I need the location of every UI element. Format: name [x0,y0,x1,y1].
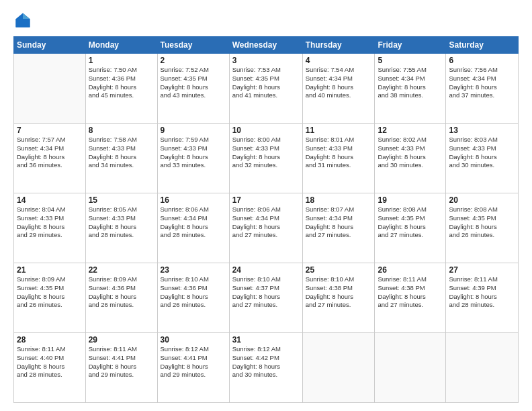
day-number: 8 [89,126,154,135]
day-cell: 15Sunrise: 8:05 AM Sunset: 4:33 PM Dayli… [85,193,157,263]
day-info: Sunrise: 8:06 AM Sunset: 4:34 PM Dayligh… [232,205,300,240]
day-info: Sunrise: 7:55 AM Sunset: 4:34 PM Dayligh… [378,66,443,100]
day-cell: 5Sunrise: 7:55 AM Sunset: 4:34 PM Daylig… [375,54,446,124]
week-row-2: 7Sunrise: 7:57 AM Sunset: 4:34 PM Daylig… [14,124,519,193]
day-cell: 19Sunrise: 8:08 AM Sunset: 4:35 PM Dayli… [375,193,446,263]
day-info: Sunrise: 8:10 AM Sunset: 4:38 PM Dayligh… [306,275,372,310]
day-cell [375,333,446,403]
day-info: Sunrise: 8:07 AM Sunset: 4:34 PM Dayligh… [306,205,372,240]
day-number: 21 [17,265,83,275]
day-number: 29 [89,335,154,345]
day-number: 4 [306,56,372,65]
day-cell: 3Sunrise: 7:53 AM Sunset: 4:35 PM Daylig… [229,54,302,124]
day-number: 20 [449,195,515,205]
day-cell: 17Sunrise: 8:06 AM Sunset: 4:34 PM Dayli… [229,193,302,263]
day-cell: 7Sunrise: 7:57 AM Sunset: 4:34 PM Daylig… [14,124,86,193]
day-info: Sunrise: 8:11 AM Sunset: 4:40 PM Dayligh… [17,345,83,379]
day-number: 14 [17,195,83,205]
day-cell: 31Sunrise: 8:12 AM Sunset: 4:42 PM Dayli… [229,333,302,403]
day-cell: 12Sunrise: 8:02 AM Sunset: 4:33 PM Dayli… [375,124,446,193]
day-number: 19 [378,195,443,205]
day-number: 5 [378,56,443,65]
week-row-1: 1Sunrise: 7:50 AM Sunset: 4:36 PM Daylig… [14,54,519,124]
day-number: 13 [449,126,515,135]
day-number: 7 [17,126,83,135]
weekday-friday: Friday [375,37,446,54]
day-cell: 18Sunrise: 8:07 AM Sunset: 4:34 PM Dayli… [302,193,375,263]
day-number: 26 [378,265,443,275]
day-cell: 28Sunrise: 8:11 AM Sunset: 4:40 PM Dayli… [14,333,86,403]
day-info: Sunrise: 7:57 AM Sunset: 4:34 PM Dayligh… [17,136,83,170]
day-number: 3 [232,56,300,65]
day-info: Sunrise: 8:11 AM Sunset: 4:41 PM Dayligh… [89,345,154,379]
day-cell: 21Sunrise: 8:09 AM Sunset: 4:35 PM Dayli… [14,263,86,333]
day-info: Sunrise: 8:02 AM Sunset: 4:33 PM Dayligh… [378,136,443,170]
weekday-header-row: SundayMondayTuesdayWednesdayThursdayFrid… [14,37,519,54]
day-cell: 29Sunrise: 8:11 AM Sunset: 4:41 PM Dayli… [85,333,157,403]
day-cell: 11Sunrise: 8:01 AM Sunset: 4:33 PM Dayli… [302,124,375,193]
day-number: 18 [306,195,372,205]
day-cell: 23Sunrise: 8:10 AM Sunset: 4:36 PM Dayli… [157,263,229,333]
weekday-tuesday: Tuesday [157,37,229,54]
day-info: Sunrise: 7:56 AM Sunset: 4:34 PM Dayligh… [449,66,515,100]
day-number: 9 [161,126,226,135]
day-info: Sunrise: 8:09 AM Sunset: 4:35 PM Dayligh… [17,275,83,310]
day-number: 12 [378,126,443,135]
weekday-saturday: Saturday [446,37,519,54]
day-number: 28 [17,335,83,345]
day-cell [446,333,519,403]
day-cell: 24Sunrise: 8:10 AM Sunset: 4:37 PM Dayli… [229,263,302,333]
week-row-4: 21Sunrise: 8:09 AM Sunset: 4:35 PM Dayli… [14,263,519,333]
day-cell: 14Sunrise: 8:04 AM Sunset: 4:33 PM Dayli… [14,193,86,263]
day-number: 25 [306,265,372,275]
day-cell: 26Sunrise: 8:11 AM Sunset: 4:38 PM Dayli… [375,263,446,333]
day-number: 16 [161,195,226,205]
day-info: Sunrise: 8:05 AM Sunset: 4:33 PM Dayligh… [89,205,154,240]
day-cell: 4Sunrise: 7:54 AM Sunset: 4:34 PM Daylig… [302,54,375,124]
day-cell [14,54,86,124]
day-cell [302,333,375,403]
day-number: 23 [161,265,226,275]
day-info: Sunrise: 8:08 AM Sunset: 4:35 PM Dayligh… [378,205,443,240]
logo-icon [13,11,32,30]
week-row-5: 28Sunrise: 8:11 AM Sunset: 4:40 PM Dayli… [14,333,519,403]
day-number: 22 [89,265,154,275]
day-info: Sunrise: 8:04 AM Sunset: 4:33 PM Dayligh… [17,205,83,240]
weekday-sunday: Sunday [14,37,86,54]
weekday-monday: Monday [85,37,157,54]
calendar-table: SundayMondayTuesdayWednesdayThursdayFrid… [13,36,519,403]
day-cell: 8Sunrise: 7:58 AM Sunset: 4:33 PM Daylig… [85,124,157,193]
day-info: Sunrise: 8:10 AM Sunset: 4:36 PM Dayligh… [161,275,226,310]
day-cell: 2Sunrise: 7:52 AM Sunset: 4:35 PM Daylig… [157,54,229,124]
svg-rect-2 [16,19,30,27]
day-info: Sunrise: 7:59 AM Sunset: 4:33 PM Dayligh… [161,136,226,170]
day-number: 6 [449,56,515,65]
logo [13,11,35,30]
day-info: Sunrise: 8:11 AM Sunset: 4:39 PM Dayligh… [449,275,515,310]
week-row-3: 14Sunrise: 8:04 AM Sunset: 4:33 PM Dayli… [14,193,519,263]
day-cell: 13Sunrise: 8:03 AM Sunset: 4:33 PM Dayli… [446,124,519,193]
day-number: 30 [161,335,226,345]
day-info: Sunrise: 8:12 AM Sunset: 4:42 PM Dayligh… [232,345,300,379]
weekday-thursday: Thursday [302,37,375,54]
day-number: 1 [89,56,154,65]
day-number: 2 [161,56,226,65]
day-cell: 9Sunrise: 7:59 AM Sunset: 4:33 PM Daylig… [157,124,229,193]
day-cell: 27Sunrise: 8:11 AM Sunset: 4:39 PM Dayli… [446,263,519,333]
day-info: Sunrise: 7:58 AM Sunset: 4:33 PM Dayligh… [89,136,154,170]
day-info: Sunrise: 7:50 AM Sunset: 4:36 PM Dayligh… [89,66,154,100]
day-cell: 16Sunrise: 8:06 AM Sunset: 4:34 PM Dayli… [157,193,229,263]
day-cell: 25Sunrise: 8:10 AM Sunset: 4:38 PM Dayli… [302,263,375,333]
day-number: 24 [232,265,300,275]
day-info: Sunrise: 7:54 AM Sunset: 4:34 PM Dayligh… [306,66,372,100]
day-info: Sunrise: 8:10 AM Sunset: 4:37 PM Dayligh… [232,275,300,310]
calendar-page: SundayMondayTuesdayWednesdayThursdayFrid… [0,0,532,411]
day-info: Sunrise: 8:00 AM Sunset: 4:33 PM Dayligh… [232,136,300,170]
day-cell: 1Sunrise: 7:50 AM Sunset: 4:36 PM Daylig… [85,54,157,124]
day-number: 31 [232,335,300,345]
weekday-wednesday: Wednesday [229,37,302,54]
day-number: 11 [306,126,372,135]
header [13,11,519,30]
day-number: 27 [449,265,515,275]
day-cell: 22Sunrise: 8:09 AM Sunset: 4:36 PM Dayli… [85,263,157,333]
